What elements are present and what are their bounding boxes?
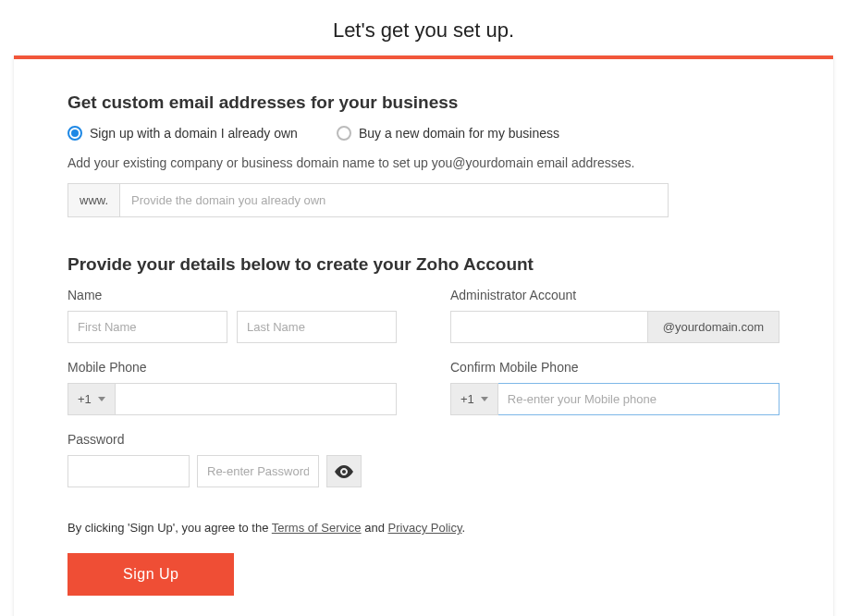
terms-text: By clicking 'Sign Up', you agree to the …	[68, 521, 779, 535]
mobile-input[interactable]	[116, 383, 397, 415]
mobile-label: Mobile Phone	[68, 360, 397, 375]
radio-own-label: Sign up with a domain I already own	[90, 126, 298, 141]
domain-heading: Get custom email addresses for your busi…	[68, 92, 779, 113]
name-field: Name	[68, 288, 397, 343]
page-title: Let's get you set up.	[14, 18, 833, 43]
country-code-select[interactable]: +1	[68, 383, 116, 415]
password-input[interactable]	[68, 455, 190, 487]
admin-domain-suffix: @yourdomain.com	[648, 311, 779, 343]
radio-icon-unselected	[337, 126, 351, 141]
signup-card: Get custom email addresses for your busi…	[14, 55, 833, 616]
radio-buy-label: Buy a new domain for my business	[359, 126, 559, 141]
eye-icon	[335, 465, 353, 478]
admin-username-input[interactable]	[450, 311, 648, 343]
page-container: Let's get you set up. Get custom email a…	[0, 0, 847, 616]
name-label: Name	[68, 288, 397, 302]
admin-field: Administrator Account @yourdomain.com	[450, 288, 779, 343]
reenter-password-input[interactable]	[197, 455, 319, 487]
terms-of-service-link[interactable]: Terms of Service	[272, 521, 362, 535]
radio-icon-selected	[68, 126, 82, 141]
confirm-country-code-value: +1	[460, 392, 474, 406]
confirm-mobile-field: Confirm Mobile Phone +1	[450, 360, 779, 415]
chevron-down-icon	[98, 397, 105, 401]
mobile-field: Mobile Phone +1	[68, 360, 397, 415]
radio-own-domain[interactable]: Sign up with a domain I already own	[68, 126, 298, 141]
country-code-value: +1	[78, 392, 92, 406]
chevron-down-icon	[481, 397, 488, 401]
password-label: Password	[68, 432, 397, 447]
domain-helper-text: Add your existing company or business do…	[68, 155, 779, 170]
domain-input[interactable]	[120, 184, 668, 216]
domain-radio-group: Sign up with a domain I already own Buy …	[68, 126, 779, 141]
confirm-country-code-select[interactable]: +1	[450, 383, 498, 415]
signup-button[interactable]: Sign Up	[68, 553, 234, 596]
show-password-button[interactable]	[326, 455, 362, 487]
password-field: Password	[68, 432, 397, 487]
domain-prefix-label: www.	[68, 184, 120, 216]
admin-label: Administrator Account	[450, 288, 779, 302]
last-name-input[interactable]	[237, 311, 397, 343]
details-heading: Provide your details below to create you…	[68, 254, 779, 275]
privacy-policy-link[interactable]: Privacy Policy	[388, 521, 462, 535]
first-name-input[interactable]	[68, 311, 227, 343]
radio-buy-domain[interactable]: Buy a new domain for my business	[337, 126, 559, 141]
domain-input-group: www.	[68, 183, 669, 217]
confirm-mobile-label: Confirm Mobile Phone	[450, 360, 779, 375]
confirm-mobile-input[interactable]	[498, 383, 779, 415]
